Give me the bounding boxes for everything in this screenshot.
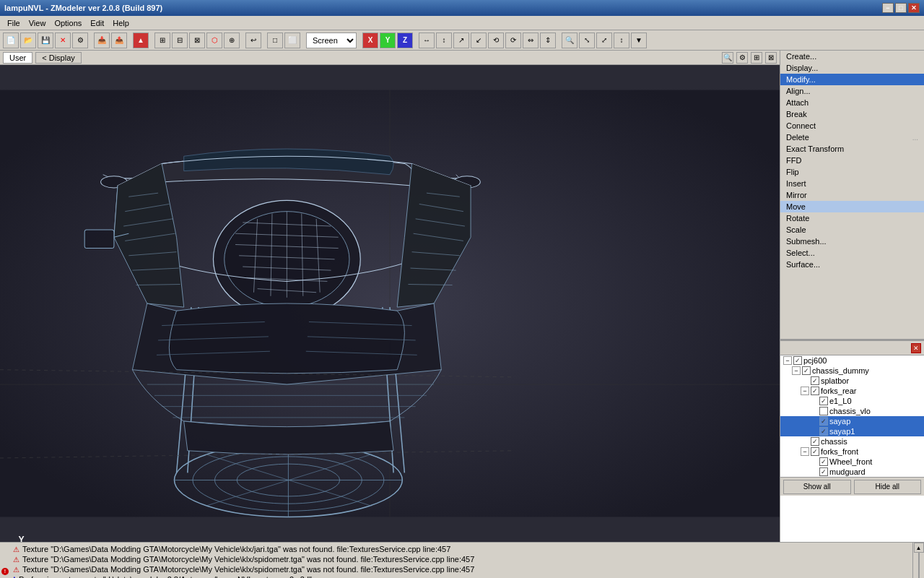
tab-display[interactable]: < Display: [35, 52, 82, 64]
tree-node-forks-rear[interactable]: − ✓ forks_rear: [780, 386, 924, 396]
checkbox-sayap1[interactable]: ✓: [819, 427, 828, 436]
import-button[interactable]: 📥: [94, 33, 110, 48]
tb-move8[interactable]: ⇕: [540, 33, 556, 48]
log-scrollbar[interactable]: ▲ ▼: [912, 543, 924, 578]
viewport-expand[interactable]: ⊞: [751, 52, 762, 64]
modify-insert[interactable]: Insert: [780, 178, 924, 189]
modify-move[interactable]: Move: [780, 201, 924, 212]
expand-pcj600[interactable]: −: [783, 356, 792, 365]
undo-button[interactable]: ↩: [245, 33, 261, 48]
export-button[interactable]: 📤: [111, 33, 127, 48]
checkbox-chassis-vlo[interactable]: [819, 407, 828, 415]
tb-zoom1[interactable]: 🔍: [562, 33, 578, 48]
checkbox-forks-front[interactable]: ✓: [811, 447, 819, 456]
menu-file[interactable]: File: [3, 18, 25, 28]
modify-align[interactable]: Align...: [780, 85, 924, 97]
axis-x-button[interactable]: X: [362, 33, 378, 48]
modify-exact-transform[interactable]: Exact Transform: [780, 143, 924, 155]
modify-connect[interactable]: Connect: [780, 120, 924, 131]
open-button[interactable]: 📂: [20, 33, 36, 48]
modify-rotate[interactable]: Rotate: [780, 212, 924, 224]
modify-create[interactable]: Create...: [780, 51, 924, 62]
new-button[interactable]: 📄: [3, 33, 19, 48]
viewport-settings[interactable]: ⚙: [736, 52, 748, 64]
modify-ffd[interactable]: FFD: [780, 155, 924, 166]
modify-break[interactable]: Break: [780, 108, 924, 120]
checkbox-mudguard[interactable]: ✓: [819, 467, 828, 476]
viewport[interactable]: Y X Z: [0, 65, 780, 542]
tb-move5[interactable]: ⟲: [488, 33, 504, 48]
modify-select[interactable]: Select...: [780, 247, 924, 259]
viewport-search[interactable]: 🔍: [722, 52, 733, 64]
tb-btn2[interactable]: ⊟: [172, 33, 188, 48]
tb-move3[interactable]: ↗: [453, 33, 469, 48]
modify-mirror[interactable]: Mirror: [780, 189, 924, 201]
checkbox-wheel-front[interactable]: ✓: [819, 457, 828, 466]
tree-node-wheel-front[interactable]: ✓ Wheel_front: [780, 457, 924, 467]
expand-chassis-dummy[interactable]: −: [792, 366, 801, 375]
close-button[interactable]: ✕: [908, 3, 920, 13]
checkbox-forks-rear[interactable]: ✓: [811, 387, 819, 395]
checkbox-chassis-dummy[interactable]: ✓: [802, 366, 811, 375]
modify-scale[interactable]: Scale: [780, 224, 924, 236]
checkbox-e1-l0[interactable]: ✓: [819, 397, 828, 405]
tb-more[interactable]: ▼: [631, 33, 647, 48]
modify-display[interactable]: Display...: [780, 62, 924, 74]
checkbox-splatbor[interactable]: ✓: [811, 376, 819, 385]
maximize-button[interactable]: □: [895, 3, 907, 13]
tree-node-forks-front[interactable]: − ✓ forks_front: [780, 447, 924, 457]
show-all-button[interactable]: Show all: [783, 480, 851, 494]
tree-node-e1-l0[interactable]: ✓ e1_L0: [780, 396, 924, 406]
tb-move4[interactable]: ↙: [471, 33, 487, 48]
tree-node-chassis[interactable]: ✓ chassis: [780, 436, 924, 447]
modify-submesh[interactable]: Submesh...: [780, 236, 924, 247]
modify-attach[interactable]: Attach: [780, 97, 924, 108]
tb-btn1[interactable]: ⊞: [154, 33, 170, 48]
viewport-maximize[interactable]: ⊠: [765, 52, 777, 64]
tab-user[interactable]: User: [3, 52, 32, 64]
tree-close-button[interactable]: ✕: [911, 343, 921, 353]
checkbox-sayap[interactable]: ✓: [819, 417, 828, 426]
checkbox-pcj600[interactable]: ✓: [793, 356, 802, 365]
menu-options[interactable]: Options: [50, 18, 86, 28]
log-scroll-up[interactable]: ▲: [914, 543, 924, 553]
tb-btn3[interactable]: ⊠: [189, 33, 205, 48]
tb-move6[interactable]: ⟳: [505, 33, 521, 48]
menu-view[interactable]: View: [25, 18, 51, 28]
tb-zoom2[interactable]: ⤡: [579, 33, 595, 48]
tb-zoom4[interactable]: ↕: [614, 33, 629, 48]
tb-move7[interactable]: ⇔: [523, 33, 539, 48]
tree-node-sayap1[interactable]: ✓ sayap1: [780, 426, 924, 436]
tb-btn7[interactable]: ⬜: [284, 33, 300, 48]
minimize-button[interactable]: −: [882, 3, 894, 13]
tree-node-chassis-dummy[interactable]: − ✓ chassis_dummy: [780, 366, 924, 376]
checkbox-chassis[interactable]: ✓: [811, 437, 819, 446]
tree-node-sayap[interactable]: ✓ sayap: [780, 416, 924, 426]
expand-forks-front[interactable]: −: [801, 447, 809, 456]
save-button[interactable]: 💾: [38, 33, 53, 48]
tb-btn5[interactable]: ⊕: [224, 33, 240, 48]
modify-flip[interactable]: Flip: [780, 166, 924, 178]
tb-btn6[interactable]: □: [267, 33, 283, 48]
tree-node-mudguard[interactable]: ✓ mudguard: [780, 467, 924, 477]
menu-edit[interactable]: Edit: [86, 18, 108, 28]
tree-node-pcj600[interactable]: − ✓ pcj600: [780, 355, 924, 366]
modify-surface[interactable]: Surface...: [780, 259, 924, 270]
modify-modify[interactable]: Modify...: [780, 74, 924, 85]
settings-button[interactable]: ⚙: [72, 33, 88, 48]
modify-delete[interactable]: Delete ...: [780, 131, 924, 143]
axis-z-button[interactable]: Z: [397, 33, 413, 48]
tree-node-splatbor[interactable]: ✓ splatbor: [780, 376, 924, 386]
menu-help[interactable]: Help: [108, 18, 134, 28]
tb-zoom3[interactable]: ⤢: [596, 33, 612, 48]
expand-forks-rear[interactable]: −: [801, 387, 809, 395]
hide-all-button[interactable]: Hide all: [854, 480, 922, 494]
tb-move2[interactable]: ↕: [436, 33, 452, 48]
tree-node-chassis-vlo[interactable]: chassis_vlo: [780, 406, 924, 416]
tb-btn4[interactable]: ⬡: [206, 33, 222, 48]
axis-y-button[interactable]: Y: [380, 33, 396, 48]
tb-move1[interactable]: ↔: [419, 33, 435, 48]
screen-dropdown[interactable]: Screen: [306, 33, 357, 48]
tb-red1[interactable]: ▲: [133, 33, 149, 48]
delete-button[interactable]: ✕: [55, 33, 71, 48]
